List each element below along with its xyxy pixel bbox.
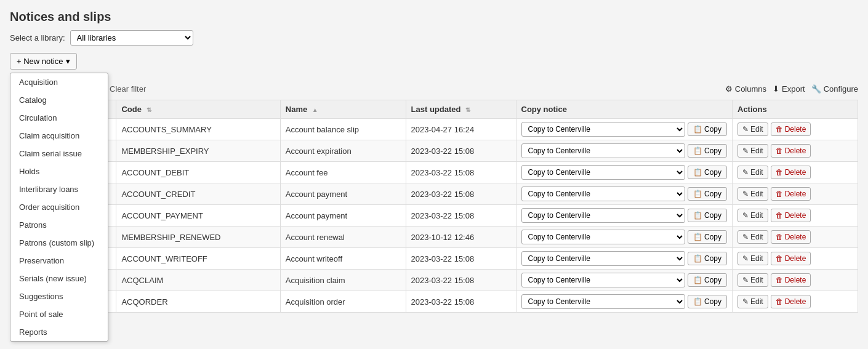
dropdown-item-claim-serial[interactable]: Claim serial issue xyxy=(10,145,108,162)
copy-select-6[interactable]: Copy to Centerville xyxy=(521,251,685,266)
copy-label-0: Copy xyxy=(704,125,721,134)
copy-button-8[interactable]: 📋 Copy xyxy=(688,295,727,308)
cell-code: ACCOUNT_DEBIT xyxy=(116,162,280,183)
copy-select-3[interactable]: Copy to Centerville xyxy=(521,187,685,201)
dropdown-item-serials[interactable]: Serials (new issue) xyxy=(10,270,108,287)
delete-button-7[interactable]: 🗑 Delete xyxy=(771,273,811,287)
copy-button-4[interactable]: 📋 Copy xyxy=(688,209,727,222)
dropdown-item-preservation[interactable]: Preservation xyxy=(10,252,108,270)
copy-icon-8: 📋 xyxy=(693,297,702,306)
edit-button-2[interactable]: ✎ Edit xyxy=(737,166,768,179)
copy-button-3[interactable]: 📋 Copy xyxy=(688,187,727,201)
dropdown-item-interlibrary[interactable]: Interlibrary loans xyxy=(10,180,108,198)
last-updated-sort-icon[interactable]: ⇅ xyxy=(465,106,470,113)
cell-code: MEMBERSHIP_RENEWED xyxy=(116,227,280,248)
copy-icon-4: 📋 xyxy=(693,211,702,220)
cell-name: Acquisition order xyxy=(280,291,406,313)
library-selector-row: Select a library: All libraries Centervi… xyxy=(10,30,858,46)
copy-select-8[interactable]: Copy to Centerville xyxy=(521,294,685,309)
dropdown-item-holds[interactable]: Holds xyxy=(10,162,108,180)
cell-code: MEMBERSHIP_EXPIRY xyxy=(116,140,280,162)
dropdown-item-circulation[interactable]: Circulation xyxy=(10,109,108,127)
new-notice-button[interactable]: + New notice ▾ xyxy=(10,53,77,70)
cell-copy-notice: Copy to Centerville 📋 Copy xyxy=(516,140,733,162)
table-row: quisition ACQCLAIM Acquisition claim 202… xyxy=(10,270,858,291)
copy-button-5[interactable]: 📋 Copy xyxy=(688,230,727,244)
edit-button-1[interactable]: ✎ Edit xyxy=(737,144,768,158)
cell-code: ACQCLAIM xyxy=(116,270,280,291)
edit-button-8[interactable]: ✎ Edit xyxy=(737,295,768,308)
delete-button-8[interactable]: 🗑 Delete xyxy=(771,295,811,308)
dropdown-item-order-acquisition[interactable]: Order acquisition xyxy=(10,198,108,216)
cell-last-updated: 2023-03-22 15:08 xyxy=(406,205,516,227)
page-container: Notices and slips Select a library: All … xyxy=(0,0,868,349)
code-sort-icon[interactable]: ⇅ xyxy=(147,106,151,113)
library-select[interactable]: All libraries Centerville Main Branch xyxy=(70,30,193,46)
table-row: n ACCOUNT_DEBIT Account fee 2023-03-22 1… xyxy=(10,162,858,183)
delete-icon-2: 🗑 xyxy=(776,168,783,177)
delete-button-0[interactable]: 🗑 Delete xyxy=(771,122,811,136)
dropdown-item-patrons[interactable]: Patrons xyxy=(10,216,108,234)
copy-select-7[interactable]: Copy to Centerville xyxy=(521,273,685,287)
configure-button[interactable]: 🔧 Configure xyxy=(811,84,858,94)
table-header-row: Module ⇅ Code ⇅ Name ▲ Last updated ⇅ Co… xyxy=(10,100,858,119)
cell-name: Account payment xyxy=(280,205,406,227)
edit-label-1: Edit xyxy=(750,146,763,155)
edit-button-4[interactable]: ✎ Edit xyxy=(737,209,768,222)
name-sort-icon[interactable]: ▲ xyxy=(312,106,318,113)
cell-actions: ✎ Edit 🗑 Delete xyxy=(733,291,858,313)
edit-button-7[interactable]: ✎ Edit xyxy=(737,273,768,287)
delete-button-3[interactable]: 🗑 Delete xyxy=(771,187,811,201)
copy-button-2[interactable]: 📋 Copy xyxy=(688,166,727,179)
export-icon: ⬇ xyxy=(773,84,779,94)
copy-button-6[interactable]: 📋 Copy xyxy=(688,252,727,265)
columns-button[interactable]: ⚙ Columns xyxy=(725,84,766,94)
copy-select-2[interactable]: Copy to Centerville xyxy=(521,165,685,180)
dropdown-item-acquisition[interactable]: Acquisition xyxy=(10,73,108,91)
edit-button-5[interactable]: ✎ Edit xyxy=(737,230,768,244)
edit-icon-8: ✎ xyxy=(742,297,749,306)
cell-last-updated: 2023-04-27 16:24 xyxy=(406,119,516,140)
cell-code: ACCOUNT_PAYMENT xyxy=(116,205,280,227)
delete-button-2[interactable]: 🗑 Delete xyxy=(771,166,811,179)
edit-button-3[interactable]: ✎ Edit xyxy=(737,187,768,201)
col-last-updated: Last updated ⇅ xyxy=(406,100,516,119)
cell-actions: ✎ Edit 🗑 Delete xyxy=(733,227,858,248)
dropdown-item-pos[interactable]: Point of sale xyxy=(10,305,108,323)
cell-name: Account renewal xyxy=(280,227,406,248)
copy-icon-6: 📋 xyxy=(693,254,702,263)
dropdown-item-reports[interactable]: Reports xyxy=(10,323,108,341)
copy-select-0[interactable]: Copy to Centerville xyxy=(521,122,685,137)
export-button[interactable]: ⬇ Export xyxy=(773,84,805,94)
library-label: Select a library: xyxy=(10,33,65,42)
delete-icon-8: 🗑 xyxy=(776,297,783,306)
cell-last-updated: 2023-03-22 15:08 xyxy=(406,140,516,162)
table-row: n ACCOUNT_PAYMENT Account payment 2023-0… xyxy=(10,205,858,227)
copy-select-4[interactable]: Copy to Centerville xyxy=(521,208,685,223)
delete-button-6[interactable]: 🗑 Delete xyxy=(771,252,811,265)
dropdown-item-catalog[interactable]: Catalog xyxy=(10,91,108,109)
copy-button-7[interactable]: 📋 Copy xyxy=(688,273,727,287)
edit-button-6[interactable]: ✎ Edit xyxy=(737,252,768,265)
cell-actions: ✎ Edit 🗑 Delete xyxy=(733,205,858,227)
copy-label-4: Copy xyxy=(704,211,721,220)
copy-icon-1: 📋 xyxy=(693,146,702,155)
dropdown-item-claim-acquisition[interactable]: Claim acquisition xyxy=(10,127,108,145)
cell-actions: ✎ Edit 🗑 Delete xyxy=(733,140,858,162)
copy-button-0[interactable]: 📋 Copy xyxy=(688,122,727,136)
delete-icon-6: 🗑 xyxy=(776,254,783,263)
dropdown-item-patrons-custom[interactable]: Patrons (custom slip) xyxy=(10,234,108,252)
delete-button-5[interactable]: 🗑 Delete xyxy=(771,230,811,244)
copy-button-1[interactable]: 📋 Copy xyxy=(688,144,727,158)
delete-button-1[interactable]: 🗑 Delete xyxy=(771,144,811,158)
copy-label-7: Copy xyxy=(704,276,721,284)
delete-icon-4: 🗑 xyxy=(776,211,783,220)
delete-label-7: Delete xyxy=(785,276,806,284)
delete-button-4[interactable]: 🗑 Delete xyxy=(771,209,811,222)
edit-button-0[interactable]: ✎ Edit xyxy=(737,122,768,136)
dropdown-item-suggestions[interactable]: Suggestions xyxy=(10,287,108,305)
edit-icon-4: ✎ xyxy=(742,211,749,220)
copy-select-5[interactable]: Copy to Centerville xyxy=(521,230,685,244)
copy-select-1[interactable]: Copy to Centerville xyxy=(521,143,685,158)
copy-label-5: Copy xyxy=(704,233,721,241)
